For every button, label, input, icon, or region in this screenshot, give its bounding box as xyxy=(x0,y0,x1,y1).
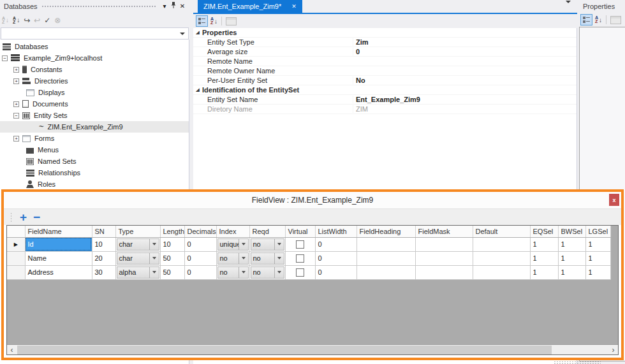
document-tab[interactable]: ZIM.Ent_Example_Zim9* ✕ xyxy=(198,0,302,13)
tree-item-relationships[interactable]: Relationships xyxy=(0,167,189,178)
horizontal-scrollbar[interactable]: ‹ › xyxy=(7,344,618,354)
sn-cell[interactable]: 30 xyxy=(92,265,115,279)
column-header[interactable]: LGSel xyxy=(585,226,610,237)
tree-item-database-root[interactable]: − Example_Zim9+localhost xyxy=(0,52,189,64)
combo-chevron-icon[interactable] xyxy=(180,33,185,35)
tree-item-constants[interactable]: + Constants xyxy=(0,64,189,75)
database-combobox[interactable] xyxy=(1,27,189,40)
property-row[interactable]: Remote Name xyxy=(193,57,577,66)
bwsel-cell[interactable]: 1 xyxy=(558,251,585,265)
virtual-checkbox[interactable] xyxy=(285,237,315,251)
fieldname-cell[interactable]: Name xyxy=(25,251,92,265)
fieldmask-cell[interactable] xyxy=(415,237,473,251)
index-dropdown[interactable]: unique xyxy=(216,237,249,251)
reqd-dropdown[interactable]: no xyxy=(249,251,285,265)
close-icon[interactable]: ✕ xyxy=(178,2,187,11)
default-cell[interactable] xyxy=(473,237,530,251)
property-value[interactable]: No xyxy=(353,76,577,84)
column-header[interactable]: Index xyxy=(216,226,249,237)
column-header[interactable]: ListWidth xyxy=(315,226,357,237)
bwsel-cell[interactable]: 1 xyxy=(558,237,585,251)
reqd-dropdown[interactable]: no xyxy=(249,265,285,279)
alphabetical-sort-icon[interactable]: AZ↓ xyxy=(595,15,602,25)
fieldheading-cell[interactable] xyxy=(357,237,415,251)
property-value[interactable]: 0 xyxy=(353,48,577,55)
column-header[interactable]: SN xyxy=(92,226,115,237)
tree-item-entity-sets[interactable]: − Entity Sets xyxy=(0,110,189,121)
default-cell[interactable] xyxy=(473,251,530,265)
expand-icon[interactable]: + xyxy=(13,67,19,73)
index-dropdown[interactable]: no xyxy=(216,251,249,265)
virtual-checkbox[interactable] xyxy=(285,251,315,265)
decimals-cell[interactable]: 0 xyxy=(184,251,216,265)
sn-cell[interactable]: 10 xyxy=(92,237,115,251)
index-dropdown[interactable]: no xyxy=(216,265,249,279)
window-position-icon[interactable]: ▾ xyxy=(160,2,169,11)
lgsel-cell[interactable]: 1 xyxy=(585,251,610,265)
eqsel-cell[interactable]: 1 xyxy=(530,265,558,279)
column-header[interactable]: Virtual xyxy=(285,226,315,237)
fieldheading-cell[interactable] xyxy=(357,265,415,279)
remove-field-button[interactable]: − xyxy=(33,212,40,222)
tree-item-menus[interactable]: Menus xyxy=(0,144,189,156)
category-row[interactable]: ◢ Properties xyxy=(193,28,577,38)
property-value[interactable]: Ent_Example_Zim9 xyxy=(353,96,577,103)
lgsel-cell[interactable]: 1 xyxy=(585,237,610,251)
column-header[interactable]: BWSel xyxy=(558,226,585,237)
property-row[interactable]: Entity Set Type Zim xyxy=(193,38,577,47)
eqsel-cell[interactable]: 1 xyxy=(530,237,558,251)
column-header[interactable]: Reqd xyxy=(249,226,285,237)
fieldmask-cell[interactable] xyxy=(415,251,473,265)
property-row[interactable]: Entity Set Name Ent_Example_Zim9 xyxy=(193,95,577,105)
row-selector[interactable] xyxy=(7,265,25,279)
fieldview-title-bar[interactable]: FieldView : ZIM.Ent_Example_Zim9 x xyxy=(4,192,621,208)
validate-check-icon[interactable]: ✓ xyxy=(44,15,50,25)
scrollbar-thumb[interactable] xyxy=(17,346,552,354)
column-header[interactable]: Decimals xyxy=(184,226,216,237)
scroll-right-icon[interactable]: › xyxy=(608,346,618,354)
fieldname-cell-selected[interactable]: Id xyxy=(25,237,92,251)
category-collapse-icon[interactable]: ◢ xyxy=(193,30,202,35)
fieldname-cell[interactable]: Address xyxy=(25,265,92,279)
property-row[interactable]: Per-User Entity Set No xyxy=(193,76,577,85)
tab-close-icon[interactable]: ✕ xyxy=(291,3,297,10)
tree-item-directories[interactable]: + Directories xyxy=(0,75,189,87)
categorized-view-icon[interactable] xyxy=(580,14,592,25)
column-header[interactable]: EQSel xyxy=(530,226,558,237)
current-row-marker[interactable]: ▶ xyxy=(7,237,25,251)
bwsel-cell[interactable]: 1 xyxy=(558,265,585,279)
decimals-cell[interactable]: 0 xyxy=(184,265,216,279)
listwidth-cell[interactable]: 0 xyxy=(315,265,357,279)
virtual-checkbox[interactable] xyxy=(285,265,315,279)
expand-icon[interactable]: + xyxy=(13,78,19,84)
export-icon[interactable]: ↪ xyxy=(24,15,30,25)
type-dropdown[interactable]: char xyxy=(115,237,160,251)
length-cell[interactable]: 50 xyxy=(160,251,184,265)
column-header[interactable]: FieldName xyxy=(25,226,92,237)
tree-item-databases[interactable]: Databases xyxy=(0,41,189,52)
alphabetical-sort-icon[interactable]: AZ↓ xyxy=(210,16,217,26)
collapse-icon[interactable]: − xyxy=(13,113,19,119)
column-header[interactable]: Default xyxy=(473,226,530,237)
eqsel-cell[interactable]: 1 xyxy=(530,251,558,265)
property-value[interactable]: Zim xyxy=(353,38,577,46)
fieldmask-cell[interactable] xyxy=(415,265,473,279)
add-field-button[interactable]: + xyxy=(20,212,27,222)
sort-ascending-icon[interactable]: AZ↓ xyxy=(13,15,20,25)
column-header[interactable]: Type xyxy=(115,226,160,237)
sn-cell[interactable]: 20 xyxy=(92,251,115,265)
tree-item-entity-selected[interactable]: ~ ZIM.Ent_Example_Zim9 xyxy=(0,121,189,133)
tree-item-documents[interactable]: + Documents xyxy=(0,98,189,110)
listwidth-cell[interactable]: 0 xyxy=(315,251,357,265)
column-header[interactable]: FieldMask xyxy=(415,226,473,237)
decimals-cell[interactable]: 0 xyxy=(184,237,216,251)
reqd-dropdown[interactable]: no xyxy=(249,237,285,251)
tree-item-forms[interactable]: + Forms xyxy=(0,133,189,144)
type-dropdown[interactable]: char xyxy=(115,251,160,265)
tree-item-named-sets[interactable]: Named Sets xyxy=(0,156,189,167)
tab-overflow-chevron-icon[interactable] xyxy=(566,3,571,11)
fieldview-close-button[interactable]: x xyxy=(609,194,619,206)
category-collapse-icon[interactable]: ◢ xyxy=(193,87,202,92)
default-cell[interactable] xyxy=(473,265,530,279)
length-cell[interactable]: 50 xyxy=(160,265,184,279)
